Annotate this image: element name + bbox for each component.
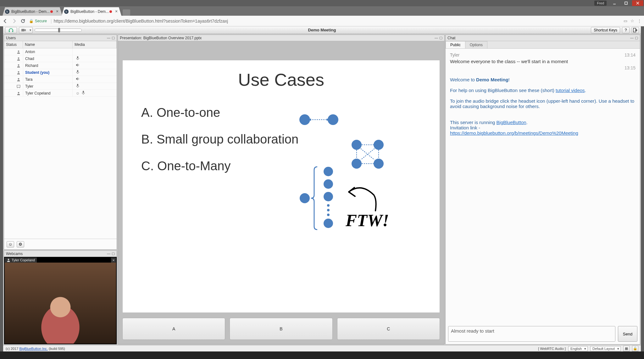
user-row[interactable]: Anton [4, 48, 117, 55]
listen-only-icon [76, 77, 80, 82]
user-media: ☺ [73, 90, 117, 96]
footer-copyright: (c) 2017 BigBlueButton Inc. (build 595) [6, 347, 65, 351]
chat-tab-public[interactable]: Public [446, 41, 465, 48]
invitation-link[interactable]: https://demo.bigbluebutton.org/b/meeting… [450, 130, 578, 136]
window-maximize-button[interactable] [620, 0, 632, 6]
window-titlebar: Fred [0, 0, 644, 6]
share-webcam-button[interactable] [19, 27, 33, 33]
webcam-close-button[interactable]: × [111, 258, 116, 263]
user-row[interactable]: Student (you) [4, 69, 117, 76]
freehand-arrow [342, 182, 383, 214]
forward-button[interactable] [11, 18, 17, 24]
svg-point-13 [18, 71, 19, 73]
browser-tab-title: BigBlueButton - Dem... [70, 9, 109, 14]
logout-button[interactable] [631, 27, 639, 33]
tab-close-icon[interactable]: × [115, 10, 119, 14]
lock-layout-button[interactable]: 🔒 [632, 346, 638, 351]
webrtc-status: [ WebRTC Audio ] [538, 347, 566, 351]
diagram-small-group [349, 139, 386, 170]
chat-input[interactable]: Almost ready to start [448, 326, 615, 342]
microphone-volume-slider[interactable] [35, 29, 82, 32]
panel-minimize-icon[interactable]: — [630, 36, 634, 40]
col-status[interactable]: Status [4, 41, 23, 48]
cast-icon[interactable]: ▭ [624, 19, 627, 23]
slider-thumb[interactable] [58, 28, 60, 32]
layout-select[interactable]: Default Layout [590, 346, 621, 351]
svg-point-42 [324, 167, 333, 176]
chat-messages[interactable]: Tyler13:14 Welcome everyone to the class… [446, 49, 640, 324]
help-button[interactable]: ? [622, 27, 630, 33]
presentation-prefix: Presentation: [120, 36, 142, 40]
favicon-icon: b [64, 9, 69, 14]
col-media[interactable]: Media [73, 41, 117, 48]
chat-input-row: Almost ready to start Send [446, 324, 640, 344]
shortcut-keys-button[interactable]: Shortcut Keys [591, 27, 620, 33]
panel-maximize-icon[interactable]: ▢ [112, 36, 115, 40]
svg-point-43 [324, 179, 333, 189]
svg-rect-5 [12, 31, 13, 32]
bbb-home-link[interactable]: BigBlueButton [497, 120, 526, 125]
chat-panel: Chat — ▢ Public Options Tyler13:14 Welco… [445, 35, 640, 345]
footer-bbb-link[interactable]: BigBlueButton Inc. [19, 347, 48, 351]
browser-tab-2[interactable]: b BigBlueButton - Dem... × [62, 7, 121, 16]
meeting-title: Demo Meeting [308, 28, 336, 32]
panel-maximize-icon[interactable]: ▢ [112, 252, 115, 256]
panel-maximize-icon[interactable]: ▢ [439, 36, 442, 40]
poll-option-a[interactable]: A [122, 318, 225, 340]
user-row[interactable]: Tyler [4, 83, 117, 90]
panel-minimize-icon[interactable]: — [107, 252, 110, 256]
presentation-body[interactable]: Use Cases A. One-to-one B. Small group c… [118, 41, 444, 344]
chat-tabs: Public Options [446, 41, 640, 49]
user-name: Chad [23, 55, 73, 62]
col-name[interactable]: Name [23, 41, 73, 48]
user-row[interactable]: Tyler Copeland☺ [4, 90, 117, 97]
recording-indicator-icon [109, 10, 112, 13]
webcam-video[interactable]: Tyler Copeland × [4, 257, 117, 344]
panel-minimize-icon[interactable]: — [435, 36, 438, 40]
diagram-one-to-one [298, 113, 339, 126]
microphone-icon [81, 90, 85, 96]
window-close-button[interactable] [632, 0, 643, 6]
chat-send-button[interactable]: Send [618, 326, 637, 342]
presentation-panel-header: Presentation: BigBlueButton Overview 201… [118, 35, 444, 41]
panel-maximize-icon[interactable]: ▢ [635, 36, 638, 40]
back-button[interactable] [3, 18, 8, 24]
users-settings-button[interactable]: ⚙ [17, 241, 24, 247]
slide-bullet-a: A. One-to-one [141, 106, 421, 120]
join-audio-button[interactable] [5, 27, 17, 33]
user-status-icon [4, 71, 23, 74]
menu-icon[interactable]: ⋮ [637, 19, 641, 23]
gear-icon: ⚙ [19, 242, 22, 247]
svg-rect-17 [17, 85, 20, 87]
raise-hand-button[interactable]: ☺ [7, 241, 14, 247]
os-taskbar[interactable] [0, 351, 644, 359]
language-select[interactable]: English [568, 346, 588, 351]
webcams-panel: Webcams — ▢ Tyler Copeland × [4, 250, 117, 345]
svg-point-33 [352, 159, 362, 169]
user-row[interactable]: Richard [4, 62, 117, 69]
apply-layout-button[interactable]: ▦ [623, 346, 630, 351]
address-bar[interactable]: 🔒 Secure | https://demo.bigbluebutton.or… [29, 19, 620, 24]
logout-icon [633, 28, 637, 32]
new-tab-button[interactable] [123, 9, 130, 16]
browser-tab-1[interactable]: b BigBlueButton - Dem... × [3, 7, 62, 16]
bookmark-star-icon[interactable]: ☆ [630, 19, 634, 23]
poll-option-b[interactable]: B [230, 318, 332, 340]
svg-point-46 [327, 204, 330, 207]
tab-close-icon[interactable]: × [56, 10, 60, 14]
presentation-filename: BigBlueButton Overview 2017.pptx [143, 36, 202, 40]
poll-option-c[interactable]: C [337, 318, 440, 340]
user-status-icon [4, 78, 23, 81]
svg-point-47 [327, 209, 330, 211]
user-row[interactable]: Chad [4, 55, 117, 62]
svg-rect-1 [625, 2, 627, 4]
window-minimize-button[interactable] [609, 0, 620, 6]
shortcut-keys-label: Shortcut Keys [594, 28, 617, 32]
svg-point-31 [352, 140, 362, 150]
reload-button[interactable] [20, 18, 26, 24]
tutorial-videos-link[interactable]: tutorial videos [556, 88, 585, 93]
chat-tab-options[interactable]: Options [465, 41, 487, 48]
user-row[interactable]: Tara [4, 76, 117, 83]
panel-minimize-icon[interactable]: — [107, 36, 110, 40]
user-name: Tyler [23, 83, 73, 90]
